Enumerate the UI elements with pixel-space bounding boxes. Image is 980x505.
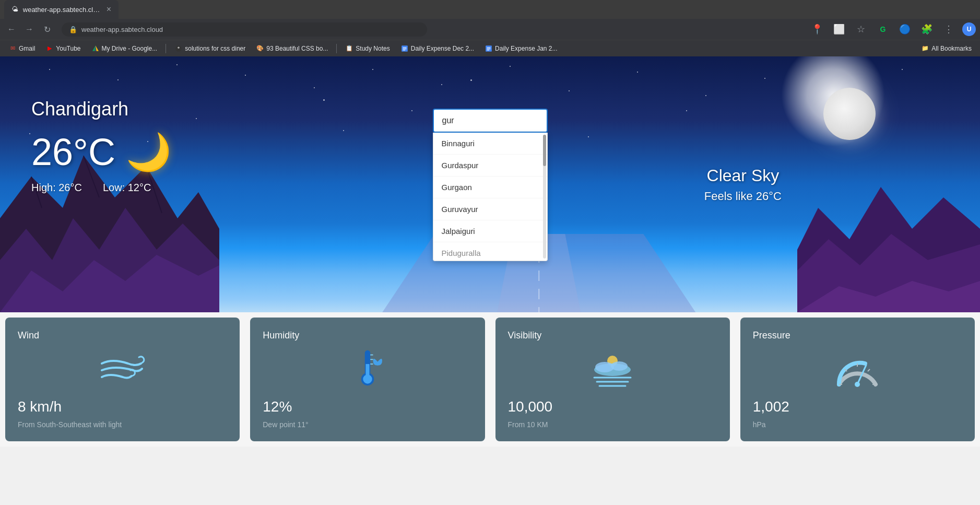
- back-button[interactable]: ←: [4, 22, 19, 37]
- bookmark-gmail-label: Gmail: [19, 45, 35, 52]
- dropdown-item-guruvayur[interactable]: Guruvayur: [433, 198, 547, 220]
- svg-point-5: [178, 46, 180, 49]
- search-container: Binnaguri Gurdaspur Gurgaon Guruvayur Ja…: [433, 109, 548, 261]
- wind-sub: From South-Southeast with light: [18, 420, 227, 429]
- dropdown-item-gurgaon[interactable]: Gurgaon: [433, 177, 547, 198]
- dropdown-item-piduguralla[interactable]: Piduguralla: [433, 242, 547, 261]
- wind-icon: [18, 346, 227, 393]
- bookmark-daily-jan-label: Daily Expense Jan 2...: [495, 45, 557, 52]
- visibility-card-title: Visibility: [508, 330, 717, 341]
- youtube-favicon: ▶: [45, 44, 54, 53]
- location-icon[interactable]: 📍: [809, 21, 825, 38]
- svg-line-46: [868, 369, 870, 371]
- pressure-sub: hPa: [753, 420, 962, 429]
- extension-icon[interactable]: 🔵: [896, 21, 913, 38]
- active-tab[interactable]: 🌤 weather-app.sabtech.cloud ×: [4, 0, 119, 19]
- humidity-icon: [263, 346, 472, 393]
- reload-button[interactable]: ↻: [40, 22, 54, 37]
- weather-info: Chandigarh 26°C 🌙 High: 26°C Low: 12°C: [0, 56, 203, 236]
- low-temp: Low: 12°C: [103, 182, 151, 194]
- menu-icon[interactable]: ⋮: [940, 21, 957, 38]
- drive-favicon: [91, 44, 100, 53]
- bookmark-gmail[interactable]: ✉ Gmail: [4, 43, 39, 54]
- humidity-card-title: Humidity: [263, 330, 472, 341]
- tab-favicon: 🌤: [11, 5, 20, 14]
- daily-dec-favicon: [400, 44, 409, 53]
- bookmark-all[interactable]: 📁 All Bookmarks: [917, 43, 976, 54]
- svg-rect-13: [487, 50, 490, 50]
- bookmark-daily-dec-label: Daily Expense Dec 2...: [411, 45, 474, 52]
- url-text: weather-app.sabtech.cloud: [81, 26, 163, 33]
- feels-like: Feels like 26°C: [704, 190, 782, 203]
- bookmark-youtube-label: YouTube: [56, 45, 80, 52]
- bookmark-study-notes[interactable]: 📋 Study Notes: [341, 43, 394, 54]
- temperature-display: 26°C: [31, 131, 115, 173]
- bookmark-youtube[interactable]: ▶ YouTube: [41, 43, 85, 54]
- city-name: Chandigarh: [31, 98, 171, 120]
- address-bar-row: ← → ↻ 🔒 weather-app.sabtech.cloud 📍 ⬜ ☆ …: [0, 19, 980, 40]
- bookmark-css-diner-label: solutions for css diner: [185, 45, 245, 52]
- visibility-sub: From 10 KM: [508, 420, 717, 429]
- daily-jan-favicon: [485, 44, 493, 53]
- svg-point-41: [855, 382, 860, 387]
- browser-chrome: 🌤 weather-app.sabtech.cloud × ← → ↻ 🔒 we…: [0, 0, 980, 56]
- pressure-icon: [753, 346, 962, 393]
- terrain-right: [797, 103, 980, 312]
- svg-rect-11: [487, 47, 491, 48]
- weather-moon-icon: 🌙: [126, 131, 171, 173]
- wind-card-title: Wind: [18, 330, 227, 341]
- lock-icon: 🔒: [69, 26, 77, 33]
- dropdown-scrollbar-thumb: [543, 135, 546, 166]
- visibility-card: Visibility 10,000 From 10 KM: [495, 318, 730, 441]
- bookmark-drive[interactable]: My Drive - Google...: [87, 43, 162, 54]
- bookmark-daily-dec[interactable]: Daily Expense Dec 2...: [396, 43, 478, 54]
- svg-point-36: [611, 361, 628, 371]
- humidity-card: Humidity 12% Dew point 11°: [250, 318, 485, 441]
- address-bar[interactable]: 🔒 weather-app.sabtech.cloud: [62, 22, 427, 37]
- sky-description: Clear Sky: [704, 166, 782, 185]
- bookmark-study-notes-label: Study Notes: [356, 45, 389, 52]
- dropdown-scrollbar[interactable]: [543, 135, 546, 259]
- wind-value: 8 km/h: [18, 398, 227, 415]
- dropdown-item-binnaguri[interactable]: Binnaguri: [433, 133, 547, 155]
- tab-text: weather-app.sabtech.cloud: [23, 6, 103, 14]
- all-bookmarks-icon: 📁: [921, 44, 929, 53]
- city-search-input[interactable]: [433, 109, 548, 133]
- bookmark-css-bo-label: 93 Beautiful CSS bo...: [266, 45, 328, 52]
- screenshot-icon[interactable]: ⬜: [831, 21, 847, 38]
- visibility-icon: [508, 346, 717, 393]
- svg-rect-12: [487, 49, 491, 49]
- tab-bar: 🌤 weather-app.sabtech.cloud ×: [0, 0, 980, 19]
- weather-cards: Wind 8 km/h From South-Southeast with li…: [0, 312, 980, 447]
- wind-card: Wind 8 km/h From South-Southeast with li…: [5, 318, 240, 441]
- css-diner-favicon: [174, 44, 183, 53]
- svg-rect-8: [403, 49, 406, 49]
- humidity-value: 12%: [263, 398, 472, 415]
- bookmark-css-bo[interactable]: 🎨 93 Beautiful CSS bo...: [252, 43, 332, 54]
- visibility-value: 10,000: [508, 398, 717, 415]
- bookmarks-bar: ✉ Gmail ▶ YouTube My Drive - Google... s…: [0, 40, 980, 56]
- bookmark-drive-label: My Drive - Google...: [102, 45, 158, 52]
- bookmark-star-icon[interactable]: ☆: [853, 21, 869, 38]
- css-bo-favicon: 🎨: [256, 44, 264, 53]
- tab-close-icon[interactable]: ×: [107, 5, 111, 14]
- avatar[interactable]: U: [962, 22, 976, 36]
- svg-rect-9: [403, 50, 405, 50]
- svg-point-29: [363, 374, 372, 384]
- bookmark-daily-jan[interactable]: Daily Expense Jan 2...: [480, 43, 561, 54]
- bookmark-css-diner[interactable]: solutions for css diner: [170, 43, 250, 54]
- forward-button[interactable]: →: [22, 22, 37, 37]
- study-notes-favicon: 📋: [345, 44, 353, 53]
- svg-rect-7: [403, 47, 406, 48]
- weather-hero: Chandigarh 26°C 🌙 High: 26°C Low: 12°C C…: [0, 56, 980, 312]
- pressure-card: Pressure 1,002 hPa: [740, 318, 975, 441]
- bookmark-all-label: All Bookmarks: [931, 45, 972, 52]
- humidity-sub: Dew point 11°: [263, 420, 472, 429]
- gmail-favicon: ✉: [8, 44, 17, 53]
- grammarly-icon[interactable]: G: [875, 21, 891, 38]
- dropdown-item-jalpaiguri[interactable]: Jalpaiguri: [433, 220, 547, 242]
- dropdown-item-gurdaspur[interactable]: Gurdaspur: [433, 155, 547, 177]
- weather-description: Clear Sky Feels like 26°C: [704, 166, 782, 203]
- puzzle-icon[interactable]: 🧩: [918, 21, 935, 38]
- search-dropdown: Binnaguri Gurdaspur Gurgaon Guruvayur Ja…: [433, 133, 548, 261]
